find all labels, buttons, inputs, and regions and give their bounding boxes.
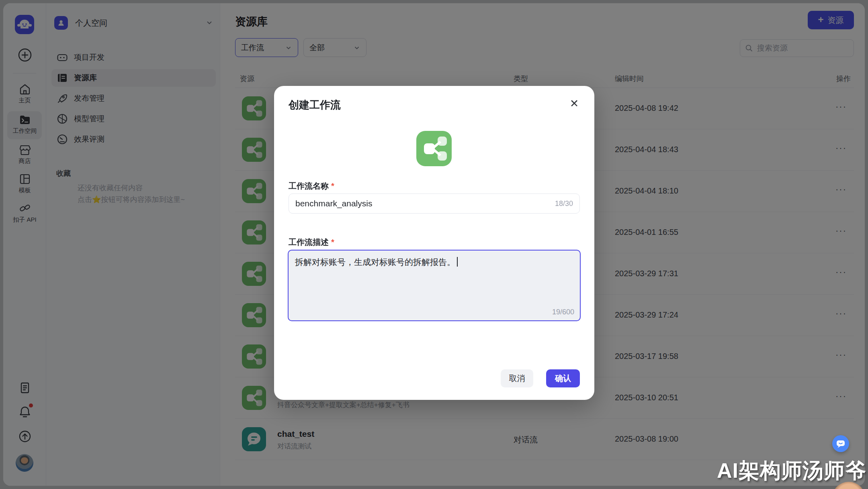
description-char-counter: 19/600 bbox=[552, 308, 574, 316]
name-label: 工作流名称* bbox=[289, 181, 334, 192]
name-char-counter: 18/30 bbox=[555, 200, 573, 208]
workflow-name-field: 18/30 bbox=[289, 194, 580, 214]
cancel-button[interactable]: 取消 bbox=[501, 369, 533, 387]
text-caret bbox=[457, 257, 458, 267]
workflow-name-input[interactable] bbox=[295, 199, 555, 208]
workflow-icon-large[interactable] bbox=[416, 131, 452, 166]
required-mark: * bbox=[331, 238, 334, 247]
create-workflow-modal: 创建工作流 ✕ 工作流名称* 18/30 工作流描述* 拆解对标账号，生成对标账… bbox=[274, 86, 594, 400]
description-label: 工作流描述* bbox=[289, 237, 334, 248]
modal-title: 创建工作流 bbox=[289, 98, 341, 112]
close-icon[interactable]: ✕ bbox=[566, 96, 582, 112]
feedback-chat-button[interactable] bbox=[832, 435, 849, 452]
workflow-description-textarea[interactable]: 拆解对标账号，生成对标账号的拆解报告。 19/600 bbox=[288, 250, 581, 321]
watermark-text: AI架构师汤师爷 bbox=[717, 457, 866, 485]
confirm-button[interactable]: 确认 bbox=[546, 369, 580, 387]
chat-bubble-icon bbox=[835, 438, 846, 449]
required-mark: * bbox=[331, 181, 334, 190]
